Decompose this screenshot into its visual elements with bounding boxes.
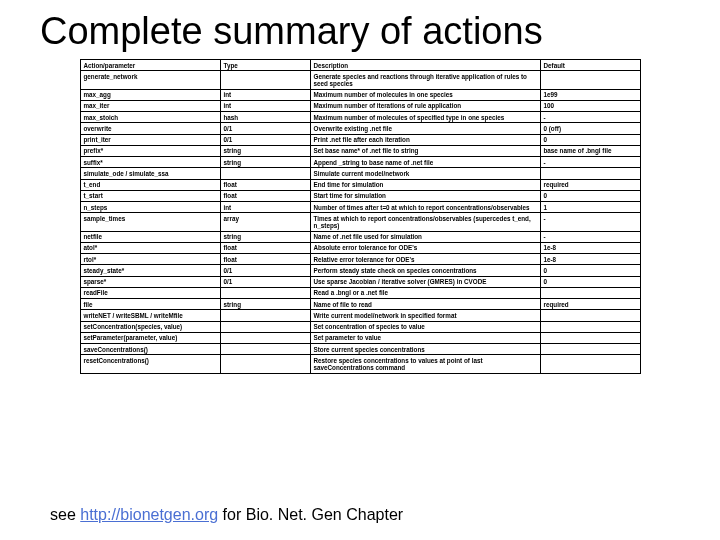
table-cell: Simulate current model/network (310, 168, 540, 179)
table-cell: atol* (80, 242, 220, 253)
table-cell: max_agg (80, 89, 220, 100)
table-row: netfilestringName of .net file used for … (80, 231, 640, 242)
table-cell: resetConcentrations() (80, 355, 220, 373)
table-cell: sparse* (80, 276, 220, 287)
table-cell: 1e-8 (540, 242, 640, 253)
table-cell: writeNET / writeSBML / writeMfile (80, 310, 220, 321)
table-row: overwrite0/1Overwrite existing .net file… (80, 123, 640, 134)
table-row: setParameter(parameter, value)Set parame… (80, 332, 640, 343)
table-row: resetConcentrations()Restore species con… (80, 355, 640, 373)
footer-post: for Bio. Net. Gen Chapter (218, 506, 403, 523)
table-cell (540, 321, 640, 332)
table-cell: rtol* (80, 254, 220, 265)
table-row: t_endfloatEnd time for simulationrequire… (80, 179, 640, 190)
table-cell: netfile (80, 231, 220, 242)
table-cell: Write current model/network in specified… (310, 310, 540, 321)
table-cell: Read a .bngl or a .net file (310, 287, 540, 298)
table-cell: - (540, 157, 640, 168)
table-cell: Name of file to read (310, 299, 540, 310)
table-cell: readFile (80, 287, 220, 298)
table-row: print_iter0/1Print .net file after each … (80, 134, 640, 145)
table-cell: - (540, 231, 640, 242)
footer-link[interactable]: http://bionetgen.org (80, 506, 218, 523)
table-cell: file (80, 299, 220, 310)
table-row: max_stoichhashMaximum number of molecule… (80, 112, 640, 123)
table-cell: prefix* (80, 145, 220, 156)
table-cell: base name of .bngl file (540, 145, 640, 156)
table-cell: simulate_ode / simulate_ssa (80, 168, 220, 179)
table-cell: Perform steady state check on species co… (310, 265, 540, 276)
table-cell (540, 168, 640, 179)
table-cell: Maximum number of molecules of specified… (310, 112, 540, 123)
table-cell (540, 332, 640, 343)
table-cell: 0/1 (220, 134, 310, 145)
table-cell: string (220, 145, 310, 156)
table-cell: print_iter (80, 134, 220, 145)
table-cell: int (220, 202, 310, 213)
table-cell (540, 355, 640, 373)
table-row: max_aggintMaximum number of molecules in… (80, 89, 640, 100)
table-row: simulate_ode / simulate_ssaSimulate curr… (80, 168, 640, 179)
table-row: atol*floatAbsolute error tolerance for O… (80, 242, 640, 253)
table-row: steady_state*0/1Perform steady state che… (80, 265, 640, 276)
table-cell: Name of .net file used for simulation (310, 231, 540, 242)
table-cell: setConcentration(species, value) (80, 321, 220, 332)
table-cell: Store current species concentrations (310, 344, 540, 355)
table-row: saveConcentrations()Store current specie… (80, 344, 640, 355)
table-cell: End time for simulation (310, 179, 540, 190)
table-cell: 1e99 (540, 89, 640, 100)
table-cell: 0/1 (220, 265, 310, 276)
table-cell: array (220, 213, 310, 231)
table-cell: string (220, 157, 310, 168)
table-cell: float (220, 179, 310, 190)
header-action: Action/parameter (80, 60, 220, 71)
table-cell (220, 332, 310, 343)
table-cell: t_start (80, 190, 220, 201)
table-cell: Number of times after t=0 at which to re… (310, 202, 540, 213)
header-description: Description (310, 60, 540, 71)
table-cell: required (540, 299, 640, 310)
table-cell: int (220, 100, 310, 111)
table-cell: Set parameter to value (310, 332, 540, 343)
table-cell: overwrite (80, 123, 220, 134)
table-cell: - (540, 213, 640, 231)
table-cell: setParameter(parameter, value) (80, 332, 220, 343)
table-cell: sample_times (80, 213, 220, 231)
table-row: generate_networkGenerate species and rea… (80, 71, 640, 89)
table-cell (540, 287, 640, 298)
table-row: setConcentration(species, value)Set conc… (80, 321, 640, 332)
table-cell: steady_state* (80, 265, 220, 276)
table-cell: 1e-8 (540, 254, 640, 265)
table-cell: 0/1 (220, 123, 310, 134)
table-row: sparse*0/1Use sparse Jacobian / iterativ… (80, 276, 640, 287)
table-cell: Start time for simulation (310, 190, 540, 201)
table-cell: int (220, 89, 310, 100)
table-cell (220, 355, 310, 373)
table-cell: t_end (80, 179, 220, 190)
table-cell: hash (220, 112, 310, 123)
table-cell (540, 71, 640, 89)
table-cell: Maximum number of iterations of rule app… (310, 100, 540, 111)
table-header-row: Action/parameter Type Description Defaul… (80, 60, 640, 71)
table-row: prefix*stringSet base name* of .net file… (80, 145, 640, 156)
table-cell: 0 (540, 265, 640, 276)
table-cell (220, 71, 310, 89)
table-row: filestringName of file to readrequired (80, 299, 640, 310)
table-cell: string (220, 299, 310, 310)
table-cell (220, 321, 310, 332)
table-cell: 1 (540, 202, 640, 213)
table-cell: 0 (540, 190, 640, 201)
header-default: Default (540, 60, 640, 71)
header-type: Type (220, 60, 310, 71)
table-cell: suffix* (80, 157, 220, 168)
table-row: suffix*stringAppend _string to base name… (80, 157, 640, 168)
table-cell: Absolute error tolerance for ODE's (310, 242, 540, 253)
table-cell: string (220, 231, 310, 242)
table-cell: Use sparse Jacobian / iterative solver (… (310, 276, 540, 287)
table-cell: Set base name* of .net file to string (310, 145, 540, 156)
table-cell: float (220, 190, 310, 201)
table-cell: required (540, 179, 640, 190)
table-cell (540, 310, 640, 321)
table-cell: 0 (off) (540, 123, 640, 134)
table-cell (540, 344, 640, 355)
